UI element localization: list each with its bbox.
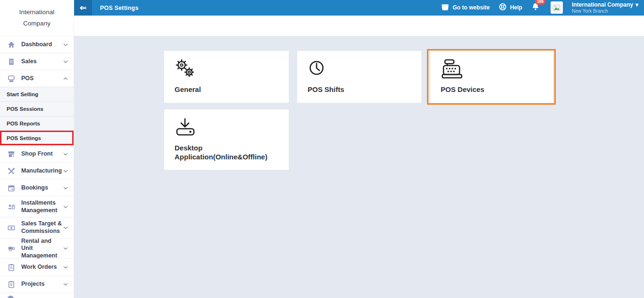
notifications-button[interactable]: 165	[531, 2, 540, 13]
home-icon	[7, 41, 16, 49]
clipboard-icon	[7, 280, 16, 289]
sidebar-item-label: Dashboard	[21, 41, 63, 49]
pos-monitor-icon	[7, 74, 16, 83]
help-lifebuoy-icon	[499, 3, 507, 12]
sidebar-item-label: Work Orders	[21, 264, 63, 271]
chevron-down-icon	[63, 226, 68, 229]
subheader-strip	[74, 16, 644, 36]
sidebar-item-rental-unit-management[interactable]: Rental and Unit Management	[0, 238, 74, 258]
sidebar-item-label: Sales Target & Commissions	[21, 220, 63, 235]
partial-item-icon	[8, 296, 14, 298]
cash-register-icon	[441, 59, 543, 83]
sidebar-subitem-pos-sessions[interactable]: POS Sessions	[0, 101, 74, 116]
sidebar-item-partial[interactable]	[0, 292, 74, 298]
sidebar-item-label: Projects	[21, 281, 63, 288]
help-link[interactable]: Help	[499, 3, 522, 12]
sidebar-item-projects[interactable]: Projects	[0, 275, 74, 292]
card-general[interactable]: General	[164, 51, 289, 103]
pos-submenu: Start Selling POS Sessions POS Reports P…	[0, 87, 74, 145]
caret-down-icon: ▾	[636, 1, 638, 8]
notification-badge: 165	[535, 0, 545, 5]
tools-icon	[7, 167, 16, 175]
collapse-sidebar-button[interactable]: ⇐	[74, 0, 92, 16]
chevron-down-icon	[63, 170, 68, 173]
person-card-icon	[7, 203, 16, 211]
sidebar-item-label: Rental and Unit Management	[21, 238, 63, 260]
account-company-name: International Company	[572, 1, 633, 8]
go-to-website-link[interactable]: Go to website	[441, 3, 490, 12]
chevron-up-icon	[63, 77, 68, 80]
card-label: General	[175, 85, 276, 94]
calendar-icon	[7, 184, 16, 192]
page-title: POS Settings	[100, 5, 139, 11]
chevron-down-icon	[63, 247, 68, 250]
chevron-down-icon	[63, 206, 68, 208]
chevron-down-icon	[63, 153, 68, 156]
sidebar-item-manufacturing[interactable]: Manufacturing	[0, 162, 74, 179]
collapse-arrow-icon: ⇐	[80, 3, 86, 13]
company-logo[interactable]: International Company	[0, 0, 74, 36]
bell-icon	[531, 5, 540, 13]
sidebar-item-sales[interactable]: Sales	[0, 53, 74, 70]
card-pos-shifts[interactable]: POS Shifts	[297, 51, 421, 103]
sidebar-item-work-orders[interactable]: Work Orders	[0, 258, 74, 275]
sidebar-item-label: Manufacturing	[21, 167, 63, 175]
brand-line2: Company	[23, 18, 50, 29]
sidebar-item-label: Shop Front	[21, 150, 63, 158]
chevron-down-icon	[63, 187, 68, 190]
sidebar: International Company Dashboard Sales PO…	[0, 0, 74, 298]
card-label: Desktop Application(Online&Offline)	[175, 144, 276, 162]
sidebar-item-bookings[interactable]: Bookings	[0, 179, 74, 196]
sidebar-subitem-pos-settings[interactable]: POS Settings	[0, 131, 74, 145]
clock-icon	[308, 59, 411, 83]
card-label: POS Devices	[441, 85, 543, 94]
card-label: POS Shifts	[308, 85, 410, 94]
account-branch-name: New York Branch	[572, 8, 638, 14]
chevron-down-icon	[63, 266, 68, 269]
image-placeholder-icon	[552, 4, 560, 12]
sidebar-subitem-pos-reports[interactable]: POS Reports	[0, 116, 74, 131]
subitem-label: POS Settings	[7, 135, 41, 141]
go-to-website-label: Go to website	[452, 4, 490, 11]
card-pos-devices[interactable]: POS Devices	[430, 51, 553, 103]
sidebar-item-label: Sales	[21, 58, 63, 66]
sidebar-subitem-start-selling[interactable]: Start Selling	[0, 87, 74, 101]
card-desktop-application[interactable]: Desktop Application(Online&Offline)	[164, 109, 289, 170]
chevron-down-icon	[63, 283, 68, 286]
subitem-label: POS Sessions	[7, 106, 43, 112]
download-icon	[175, 117, 278, 141]
storefront-icon	[7, 150, 16, 158]
banknote-icon	[7, 224, 16, 232]
subitem-label: Start Selling	[7, 91, 38, 97]
chevron-down-icon	[63, 60, 68, 63]
sidebar-item-dashboard[interactable]: Dashboard	[0, 36, 74, 53]
sidebar-item-label: POS	[21, 75, 63, 83]
sidebar-item-installments-management[interactable]: Installments Management	[0, 196, 74, 217]
chevron-down-icon	[63, 43, 68, 46]
account-menu[interactable]: International Company ▾ New York Branch	[572, 1, 638, 14]
sidebar-item-sales-target-commissions[interactable]: Sales Target & Commissions	[0, 217, 74, 238]
subitem-label: POS Reports	[7, 121, 40, 126]
units-icon	[7, 244, 16, 253]
help-label: Help	[510, 4, 522, 11]
sidebar-item-pos[interactable]: POS	[0, 70, 74, 87]
main-content: General POS Shifts	[74, 36, 644, 298]
gears-icon	[175, 59, 278, 83]
company-avatar[interactable]	[551, 1, 563, 14]
website-storefront-icon	[441, 3, 449, 12]
invoice-icon	[7, 58, 16, 66]
topbar: ⇐ POS Settings Go to website Help 165	[74, 0, 644, 16]
sidebar-item-label: Installments Management	[21, 199, 63, 214]
clipboard-icon	[7, 263, 16, 272]
sidebar-item-label: Bookings	[21, 184, 63, 192]
sidebar-item-shop-front[interactable]: Shop Front	[0, 145, 74, 162]
brand-line1: International	[19, 7, 54, 18]
